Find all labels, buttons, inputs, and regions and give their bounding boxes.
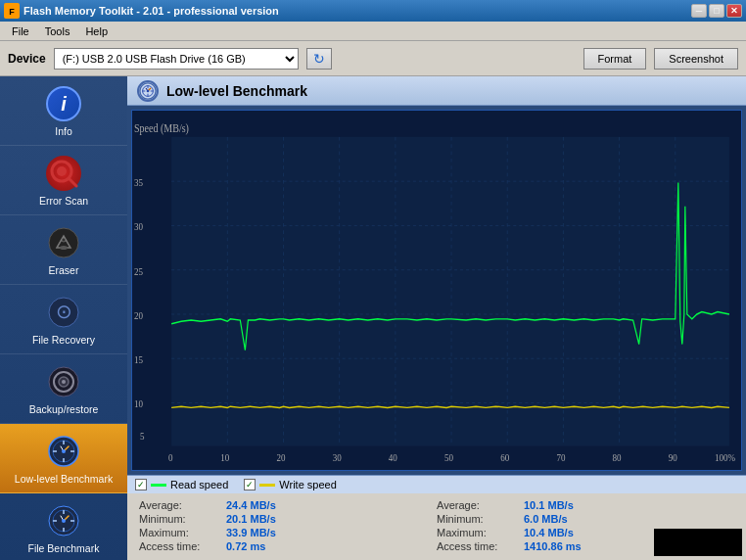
sidebar-item-backup-restore[interactable]: Backup/restore bbox=[0, 354, 127, 424]
sidebar-item-low-level-benchmark[interactable]: Low-level Benchmark bbox=[0, 424, 127, 493]
svg-text:0: 0 bbox=[168, 452, 173, 464]
read-access-label: Access time: bbox=[139, 540, 222, 552]
svg-text:25: 25 bbox=[134, 265, 143, 277]
read-minimum-row: Minimum: 20.1 MB/s bbox=[139, 513, 437, 525]
read-average-row: Average: 24.4 MB/s bbox=[139, 499, 437, 511]
read-minimum-value: 20.1 MB/s bbox=[226, 513, 276, 525]
info-icon: i bbox=[44, 84, 83, 123]
sidebar-label-file-recovery: File Recovery bbox=[32, 334, 95, 346]
svg-point-40 bbox=[147, 89, 150, 92]
file-benchmark-icon bbox=[44, 501, 83, 540]
chart-area: Speed (MB/s) bbox=[131, 110, 742, 471]
svg-line-4 bbox=[69, 178, 76, 186]
screenshot-button[interactable]: Screenshot bbox=[654, 48, 738, 70]
write-average-row: Average: 10.1 MB/s bbox=[437, 499, 734, 511]
write-maximum-value: 10.4 MB/s bbox=[524, 527, 574, 538]
sidebar-item-file-recovery[interactable]: ⊙ File Recovery bbox=[0, 285, 127, 354]
write-checkbox[interactable]: ✓ bbox=[244, 479, 256, 490]
sidebar: i Info Error Scan bbox=[0, 76, 127, 560]
write-maximum-label: Maximum: bbox=[437, 527, 520, 538]
window-controls: ─ □ ✕ bbox=[691, 4, 742, 18]
svg-point-3 bbox=[57, 166, 67, 176]
device-select[interactable]: (F:) USB 2.0 USB Flash Drive (16 GB) bbox=[54, 48, 299, 70]
svg-text:10: 10 bbox=[134, 398, 143, 410]
svg-text:50: 50 bbox=[444, 452, 453, 464]
svg-text:30: 30 bbox=[333, 452, 342, 464]
device-label: Device bbox=[8, 52, 46, 66]
svg-text:Speed (MB/s): Speed (MB/s) bbox=[134, 121, 189, 135]
benchmark-chart: Speed (MB/s) bbox=[132, 111, 741, 470]
svg-text:60: 60 bbox=[500, 452, 509, 464]
maximize-button[interactable]: □ bbox=[709, 4, 724, 18]
panel-title: Low-level Benchmark bbox=[127, 76, 746, 106]
sidebar-label-low-level-benchmark: Low-level Benchmark bbox=[15, 473, 113, 485]
app-icon: F bbox=[4, 3, 20, 19]
read-checkbox[interactable]: ✓ bbox=[135, 479, 147, 490]
write-label: Write speed bbox=[279, 479, 337, 490]
write-color-swatch bbox=[259, 484, 275, 487]
file-recovery-icon: ⊙ bbox=[44, 293, 83, 332]
read-maximum-value: 33.9 MB/s bbox=[226, 527, 276, 538]
svg-point-31 bbox=[62, 519, 66, 523]
sidebar-label-file-benchmark: File Benchmark bbox=[28, 542, 100, 554]
svg-rect-43 bbox=[171, 137, 729, 446]
eraser-icon bbox=[44, 223, 83, 262]
svg-text:20: 20 bbox=[276, 452, 285, 464]
svg-text:5: 5 bbox=[140, 431, 145, 443]
legend-write: ✓ Write speed bbox=[244, 479, 337, 490]
sidebar-label-error-scan: Error Scan bbox=[39, 195, 88, 207]
write-access-label: Access time: bbox=[437, 540, 520, 552]
read-color-swatch bbox=[151, 484, 166, 487]
svg-point-5 bbox=[49, 228, 78, 257]
low-level-benchmark-icon bbox=[44, 432, 83, 471]
window-title: Flash Memory Toolkit - 2.01 - profession… bbox=[23, 5, 691, 17]
write-average-value: 10.1 MB/s bbox=[524, 499, 574, 511]
error-scan-icon bbox=[44, 154, 83, 193]
menu-bar: File Tools Help bbox=[0, 22, 746, 41]
write-access-value: 1410.86 ms bbox=[524, 540, 582, 552]
svg-text:35: 35 bbox=[134, 176, 143, 188]
close-button[interactable]: ✕ bbox=[726, 4, 742, 18]
svg-point-7 bbox=[62, 238, 66, 242]
svg-text:10: 10 bbox=[220, 452, 229, 464]
format-button[interactable]: Format bbox=[583, 48, 647, 70]
device-bar: Device (F:) USB 2.0 USB Flash Drive (16 … bbox=[0, 41, 746, 76]
read-access-row: Access time: 0.72 ms bbox=[139, 540, 437, 552]
write-minimum-row: Minimum: 6.0 MB/s bbox=[437, 513, 734, 525]
svg-text:30: 30 bbox=[134, 220, 143, 232]
sidebar-item-file-benchmark[interactable]: File Benchmark bbox=[0, 493, 127, 560]
sidebar-label-info: Info bbox=[55, 125, 72, 137]
chart-legend: ✓ Read speed ✓ Write speed bbox=[127, 475, 746, 493]
legend-read: ✓ Read speed bbox=[135, 479, 228, 490]
refresh-button[interactable]: ↻ bbox=[306, 48, 332, 70]
sidebar-label-backup-restore: Backup/restore bbox=[29, 403, 99, 415]
svg-text:20: 20 bbox=[134, 309, 143, 321]
menu-file[interactable]: File bbox=[4, 23, 37, 39]
svg-point-22 bbox=[62, 449, 66, 453]
read-access-value: 0.72 ms bbox=[226, 540, 265, 552]
panel-title-icon bbox=[137, 80, 159, 102]
svg-point-6 bbox=[60, 246, 68, 250]
minimize-button[interactable]: ─ bbox=[691, 4, 707, 18]
svg-text:F: F bbox=[9, 7, 15, 17]
write-minimum-value: 6.0 MB/s bbox=[524, 513, 568, 525]
svg-text:80: 80 bbox=[613, 452, 622, 464]
menu-help[interactable]: Help bbox=[77, 23, 116, 39]
write-minimum-label: Minimum: bbox=[437, 513, 520, 525]
read-label: Read speed bbox=[170, 479, 228, 490]
svg-text:40: 40 bbox=[389, 452, 397, 464]
sidebar-item-eraser[interactable]: Eraser bbox=[0, 215, 127, 285]
menu-tools[interactable]: Tools bbox=[37, 23, 78, 39]
read-average-value: 24.4 MB/s bbox=[226, 499, 276, 511]
svg-text:⊙: ⊙ bbox=[56, 301, 72, 322]
read-minimum-label: Minimum: bbox=[139, 513, 222, 525]
main-content: i Info Error Scan bbox=[0, 76, 746, 560]
sidebar-item-info[interactable]: i Info bbox=[0, 76, 127, 146]
title-bar: F Flash Memory Toolkit - 2.01 - professi… bbox=[0, 0, 746, 22]
read-maximum-row: Maximum: 33.9 MB/s bbox=[139, 527, 437, 538]
svg-text:70: 70 bbox=[556, 452, 565, 464]
sidebar-item-error-scan[interactable]: Error Scan bbox=[0, 146, 127, 215]
content-panel: Low-level Benchmark Speed (MB/s) bbox=[127, 76, 746, 560]
svg-text:90: 90 bbox=[669, 452, 677, 464]
svg-text:100%: 100% bbox=[715, 452, 736, 464]
